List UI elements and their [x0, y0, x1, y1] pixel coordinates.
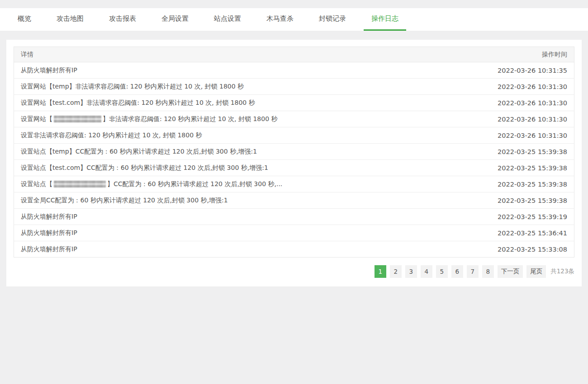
log-time: 2022-03-25 15:36:41 [488, 225, 574, 241]
log-detail: 从防火墙解封所有IP [14, 62, 488, 79]
table-row: 从防火墙解封所有IP2022-03-26 10:31:35 [14, 62, 574, 79]
table-row: 设置网站【temp】非法请求容忍阈值: 120 秒内累计超过 10 次, 封锁 … [14, 79, 574, 95]
page-button-2[interactable]: 2 [390, 265, 402, 278]
redacted-site-name [54, 116, 101, 122]
log-time: 2022-03-25 15:39:38 [488, 192, 574, 209]
page-button-3[interactable]: 3 [405, 265, 417, 278]
log-detail: 设置网站【test.com】非法请求容忍阈值: 120 秒内累计超过 10 次,… [14, 95, 488, 111]
table-row: 设置非法请求容忍阈值: 120 秒内累计超过 10 次, 封锁 1800 秒20… [14, 127, 574, 144]
tab-trojan-scan[interactable]: 木马查杀 [259, 8, 301, 31]
log-time: 2022-03-26 10:31:30 [488, 79, 574, 95]
column-header-detail: 详情 [14, 47, 488, 62]
tabs-container: 概览攻击地图攻击报表全局设置站点设置木马查杀封锁记录操作日志 [10, 8, 588, 31]
tab-site-settings[interactable]: 站点设置 [206, 8, 249, 31]
table-header-row: 详情 操作时间 [14, 47, 574, 62]
page-button-1[interactable]: 1 [375, 265, 386, 278]
tab-global-settings[interactable]: 全局设置 [154, 8, 196, 31]
table-row: 从防火墙解封所有IP2022-03-25 15:33:08 [14, 241, 574, 258]
operation-log-card: 详情 操作时间 从防火墙解封所有IP2022-03-26 10:31:35设置网… [6, 40, 582, 286]
total-count-label: 共123条 [550, 267, 574, 276]
last-page-button[interactable]: 尾页 [526, 265, 546, 278]
tab-block-records[interactable]: 封锁记录 [311, 8, 354, 31]
tab-attack-map[interactable]: 攻击地图 [49, 8, 91, 31]
tab-overview[interactable]: 概览 [10, 8, 39, 31]
log-time: 2022-03-25 15:39:38 [488, 160, 574, 176]
table-row: 设置站点【temp】CC配置为：60 秒内累计请求超过 120 次后,封锁 30… [14, 144, 574, 160]
log-detail: 设置网站【temp】非法请求容忍阈值: 120 秒内累计超过 10 次, 封锁 … [14, 79, 488, 95]
log-detail: 设置站点【temp】CC配置为：60 秒内累计请求超过 120 次后,封锁 30… [14, 144, 488, 160]
column-header-time: 操作时间 [488, 47, 574, 62]
log-detail: 从防火墙解封所有IP [14, 225, 488, 241]
pagination: 12345678下一页尾页共123条 [14, 265, 574, 278]
table-row: 设置全局CC配置为：60 秒内累计请求超过 120 次后,封锁 300 秒,增强… [14, 192, 574, 209]
log-time: 2022-03-26 10:31:30 [488, 127, 574, 144]
log-detail: 设置站点【test.com】CC配置为：60 秒内累计请求超过 120 次后,封… [14, 160, 488, 176]
log-time: 2022-03-25 15:33:08 [488, 241, 574, 258]
tab-attack-report[interactable]: 攻击报表 [101, 8, 144, 31]
page-button-7[interactable]: 7 [467, 265, 479, 278]
tab-operation-log[interactable]: 操作日志 [364, 8, 406, 31]
page-button-6[interactable]: 6 [451, 265, 463, 278]
table-row: 从防火墙解封所有IP2022-03-25 15:36:41 [14, 225, 574, 241]
top-tab-bar: 概览攻击地图攻击报表全局设置站点设置木马查杀封锁记录操作日志 [0, 8, 588, 31]
log-time: 2022-03-25 15:39:38 [488, 144, 574, 160]
table-row: 设置网站【】非法请求容忍阈值: 120 秒内累计超过 10 次, 封锁 1800… [14, 111, 574, 127]
log-time: 2022-03-26 10:31:30 [488, 111, 574, 127]
log-detail: 设置网站【】非法请求容忍阈值: 120 秒内累计超过 10 次, 封锁 1800… [14, 111, 488, 127]
page-button-4[interactable]: 4 [421, 265, 432, 278]
next-page-button[interactable]: 下一页 [498, 265, 523, 278]
table-row: 设置网站【test.com】非法请求容忍阈值: 120 秒内累计超过 10 次,… [14, 95, 574, 111]
log-detail: 设置站点【】CC配置为：60 秒内累计请求超过 120 次后,封锁 300 秒,… [14, 176, 488, 192]
table-row: 设置站点【test.com】CC配置为：60 秒内累计请求超过 120 次后,封… [14, 160, 574, 176]
redacted-site-name [54, 181, 106, 187]
log-time: 2022-03-26 10:31:30 [488, 95, 574, 111]
log-time: 2022-03-25 15:39:38 [488, 176, 574, 192]
log-time: 2022-03-26 10:31:35 [488, 62, 574, 79]
log-detail: 从防火墙解封所有IP [14, 209, 488, 225]
operation-log-table: 详情 操作时间 从防火墙解封所有IP2022-03-26 10:31:35设置网… [14, 47, 574, 258]
table-row: 设置站点【】CC配置为：60 秒内累计请求超过 120 次后,封锁 300 秒,… [14, 176, 574, 192]
table-row: 从防火墙解封所有IP2022-03-25 15:39:19 [14, 209, 574, 225]
log-detail: 设置非法请求容忍阈值: 120 秒内累计超过 10 次, 封锁 1800 秒 [14, 127, 488, 144]
page-button-8[interactable]: 8 [482, 265, 494, 278]
log-time: 2022-03-25 15:39:19 [488, 209, 574, 225]
log-detail: 从防火墙解封所有IP [14, 241, 488, 258]
log-detail: 设置全局CC配置为：60 秒内累计请求超过 120 次后,封锁 300 秒,增强… [14, 192, 488, 209]
page-button-5[interactable]: 5 [436, 265, 448, 278]
